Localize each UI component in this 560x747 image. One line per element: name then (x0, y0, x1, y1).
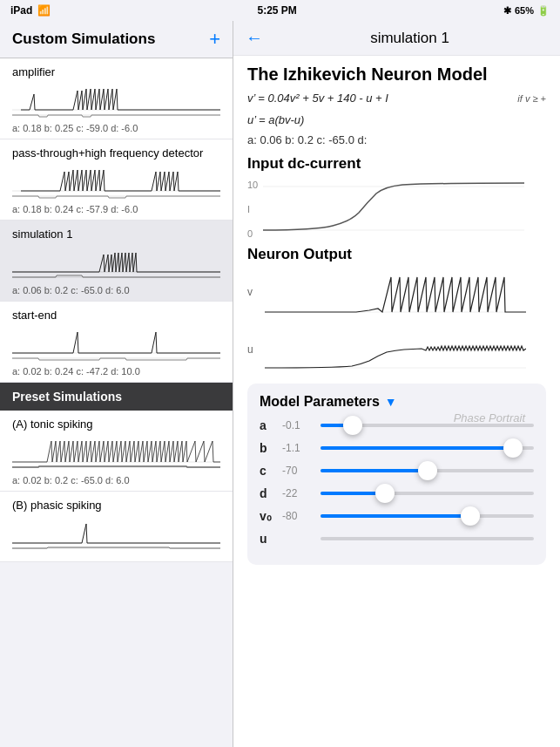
param-value-c: -70 (282, 465, 314, 477)
left-scroll: amplifier a: 0.18 b: 0.25 c: -59.0 d: -6… (0, 58, 233, 747)
param-value-d: -22 (282, 487, 314, 499)
slider-thumb-v0[interactable] (461, 506, 480, 526)
slider-thumb-b[interactable] (503, 438, 523, 458)
params-title: Model Parameters (260, 394, 380, 410)
sim-item-startend[interactable]: start-end a: 0.02 b: 0.24 c: -47.2 d: 10… (0, 302, 233, 383)
input-y-max: 10 (247, 180, 258, 190)
sim-item-graph (12, 244, 220, 282)
input-y-min: 0 (247, 228, 258, 239)
sim-item-graph (12, 515, 220, 553)
slider-fill-v0 (320, 514, 470, 518)
sim-item-title: simulation 1 (12, 227, 220, 241)
sim-item-title: (B) phasic spiking (12, 499, 220, 512)
bluetooth-icon: ✱ (503, 5, 511, 17)
equation-2: u’ = a(bv-u) (247, 112, 388, 130)
slider-track-v0[interactable] (320, 514, 534, 518)
slider-track-u[interactable] (320, 537, 534, 540)
input-graph-svg (263, 178, 524, 239)
output-v-svg (265, 268, 526, 329)
right-header: ← simulation 1 (233, 21, 560, 56)
ipad-label: iPad (10, 4, 32, 17)
sim-item-graph (12, 82, 220, 120)
sim-item-params: a: 0.18 b: 0.24 c: -57.9 d: -6.0 (12, 204, 220, 214)
sim-item-tonic[interactable]: (A) tonic spiking a: 0.02 b: 0.2 c: -65.… (0, 411, 233, 492)
slider-thumb-d[interactable] (375, 484, 395, 503)
model-title: The Izhikevich Neuron Model (247, 65, 546, 85)
param-value-a: -0.1 (282, 419, 314, 431)
sim-item-amplifier[interactable]: amplifier a: 0.18 b: 0.25 c: -59.0 d: -6… (0, 58, 233, 139)
sim-item-simulation1[interactable]: simulation 1 a: 0.06 b: 0.2 c: -65.0 d: … (0, 221, 233, 302)
output-section-title: Neuron Output (247, 246, 546, 263)
param-row-b: b -1.1 (260, 441, 534, 455)
sim-item-params: a: 0.18 b: 0.25 c: -59.0 d: -6.0 (12, 123, 220, 133)
sim-item-params: a: 0.06 b: 0.2 c: -65.0 d: 6.0 (12, 285, 220, 295)
battery-icon: 🔋 (537, 5, 550, 17)
left-panel: Custom Simulations + amplifier a: 0 (0, 21, 233, 747)
sim-item-params: a: 0.02 b: 0.24 c: -47.2 d: 10.0 (12, 366, 220, 377)
right-panel: ← simulation 1 The Izhikevich Neuron Mod… (233, 21, 560, 747)
param-label-c: c (260, 464, 275, 478)
sim-item-title: (A) tonic spiking (12, 418, 220, 431)
left-header: Custom Simulations + (0, 21, 233, 58)
sim-item-params: a: 0.02 b: 0.2 c: -65.0 d: 6.0 (12, 475, 220, 486)
equation-1: v’ = 0.04v² + 5v + 140 - u + I (247, 90, 388, 108)
slider-fill-c (320, 469, 428, 472)
input-graph: 10 I 0 (247, 178, 546, 239)
sim-item-graph (12, 163, 220, 201)
right-content: The Izhikevich Neuron Model v’ = 0.04v² … (233, 56, 560, 747)
param-row-u: u (260, 532, 534, 546)
status-bar: iPad 📶 5:25 PM ✱ 65% 🔋 (0, 0, 560, 21)
sim-item-graph (12, 434, 220, 472)
sim-item-title: amplifier (12, 65, 220, 78)
input-label: I (247, 204, 258, 214)
right-panel-title: simulation 1 (272, 30, 548, 47)
param-label-v0: v₀ (260, 509, 275, 523)
slider-thumb-c[interactable] (418, 461, 437, 480)
param-label-d: d (260, 486, 275, 500)
param-row-d: d -22 (260, 486, 534, 500)
param-row-a: a -0.1 (260, 418, 534, 432)
slider-track-c[interactable] (320, 469, 534, 472)
output-u-label: u (247, 343, 260, 356)
status-time: 5:25 PM (257, 4, 296, 17)
params-header: Model Parameters ▼ (260, 394, 534, 410)
output-u-svg (265, 333, 526, 377)
output-graph: v u (247, 268, 546, 377)
left-panel-title: Custom Simulations (12, 31, 155, 48)
back-button[interactable]: ← (246, 28, 263, 48)
sim-item-passthrough[interactable]: pass-through+high frequency detector a: … (0, 139, 233, 221)
status-left: iPad 📶 (10, 4, 51, 17)
sim-item-title: pass-through+high frequency detector (12, 146, 220, 160)
slider-fill-b (320, 446, 513, 450)
params-section: Model Parameters ▼ Phase Portrait a -0.1 (247, 384, 546, 565)
add-simulation-button[interactable]: + (209, 30, 220, 49)
param-value-b: -1.1 (282, 442, 314, 454)
param-value-v0: -80 (282, 510, 314, 522)
status-right: ✱ 65% 🔋 (503, 5, 550, 17)
slider-track-b[interactable] (320, 446, 534, 450)
battery-label: 65% (515, 5, 534, 16)
param-row-c: c -70 (260, 464, 534, 478)
wifi-icon: 📶 (37, 4, 51, 17)
slider-track-d[interactable] (320, 492, 534, 495)
sim-item-title: start-end (12, 309, 220, 322)
param-label-u: u (260, 532, 275, 546)
param-row-v0: v₀ -80 (260, 509, 534, 523)
param-label-a: a (260, 418, 275, 432)
slider-track-a[interactable] (320, 424, 534, 427)
input-section-title: Input dc-current (247, 155, 546, 173)
eq-condition: if v ≥ + (517, 92, 546, 107)
sim-item-graph (12, 325, 220, 363)
preset-section-label: Preset Simulations (0, 383, 233, 411)
model-params-line: a: 0.06 b: 0.2 c: -65.0 d: (247, 133, 546, 146)
sim-item-phasic[interactable]: (B) phasic spiking (0, 492, 233, 562)
param-label-b: b (260, 441, 275, 455)
output-v-label: v (247, 286, 260, 298)
params-collapse-icon[interactable]: ▼ (385, 395, 397, 409)
slider-thumb-a[interactable] (343, 416, 362, 435)
